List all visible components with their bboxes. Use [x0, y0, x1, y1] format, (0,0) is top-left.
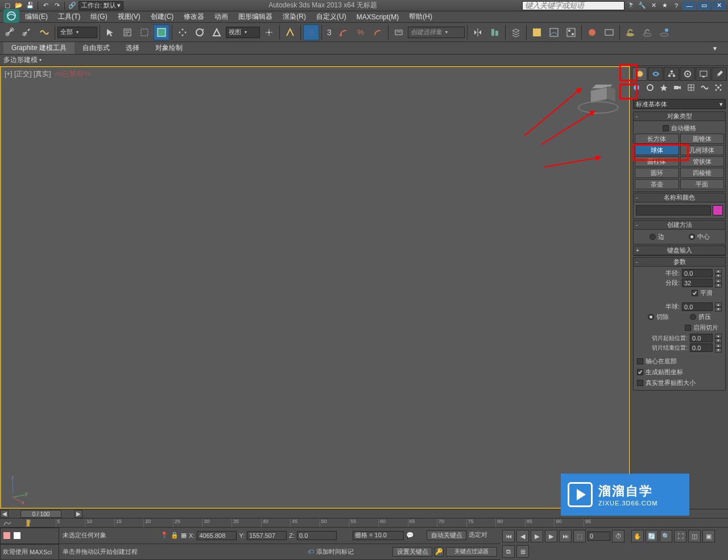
percent-snap-icon[interactable]: % — [353, 24, 369, 40]
3d-snap-icon[interactable]: 3 — [324, 24, 334, 40]
track-prev-icon[interactable]: ◀ — [1, 510, 9, 518]
align-icon[interactable] — [487, 24, 503, 40]
rotate-icon[interactable] — [192, 24, 208, 40]
goto-start-icon[interactable]: ⏮ — [502, 530, 515, 542]
viewport-label[interactable]: [+] [正交] [真实] <<已禁用>> — [5, 69, 91, 79]
zoom-region-icon[interactable]: ▣ — [702, 530, 715, 542]
zoom-all-icon[interactable]: ⊞ — [516, 545, 529, 558]
cameras-tab-icon[interactable] — [673, 83, 686, 97]
menu-group[interactable]: 组(G) — [86, 11, 111, 23]
motion-tab-icon[interactable] — [680, 67, 695, 81]
mirror-icon[interactable] — [470, 24, 486, 40]
close-button[interactable]: ✕ — [712, 1, 726, 10]
layers-icon[interactable] — [508, 24, 524, 40]
primitive-category-combo[interactable]: 标准基本体 ▾ — [633, 99, 726, 109]
lock-icon[interactable]: 🔒 — [171, 532, 179, 539]
link-icon[interactable]: 🔗 — [67, 1, 77, 10]
menu-modifiers[interactable]: 修改器 — [179, 11, 209, 23]
pivot-center-icon[interactable] — [261, 24, 277, 40]
menu-rendering[interactable]: 渲染(R) — [278, 11, 311, 23]
spinner-buttons[interactable]: ▲▼ — [715, 302, 722, 311]
key-filters-button[interactable]: 关键点过滤器 — [446, 547, 497, 557]
maxscript-mini-icons[interactable] — [0, 528, 59, 544]
ribbon-tab-freeform[interactable]: 自由形式 — [75, 42, 118, 54]
render-frame-icon[interactable] — [601, 24, 617, 40]
spinner-buttons[interactable]: ▲▼ — [715, 343, 722, 352]
restore-button[interactable]: ▭ — [697, 1, 711, 10]
zoom-extents-icon[interactable]: ⛶ — [674, 530, 686, 542]
method-edge-radio[interactable]: 边 — [650, 233, 664, 241]
autogrid-checkbox[interactable] — [663, 125, 669, 131]
fov-icon[interactable]: ◫ — [688, 530, 701, 542]
menu-customize[interactable]: 自定义(U) — [312, 11, 351, 23]
viewcube-ring[interactable] — [578, 101, 619, 114]
curve-editor-icon[interactable] — [529, 24, 545, 40]
viewcube[interactable] — [576, 82, 621, 116]
geometry-tab-icon[interactable] — [632, 83, 645, 97]
viewport[interactable]: [+] [正交] [真实] <<已禁用>> z y x — [0, 66, 630, 509]
obj-teapot[interactable]: 茶壶 — [635, 179, 679, 189]
spinner-buttons[interactable]: ▲▼ — [715, 279, 722, 287]
material-editor-icon[interactable] — [563, 24, 579, 40]
key-mode-icon[interactable]: ⬚ — [573, 530, 586, 542]
smooth-checkbox[interactable] — [692, 290, 698, 296]
add-time-tag[interactable]: 添加时间标记 — [316, 547, 354, 556]
z-coord[interactable]: 0.0 — [297, 531, 337, 540]
base-pivot-checkbox[interactable] — [637, 358, 643, 364]
binoculars-icon[interactable]: 🔭 — [626, 1, 636, 10]
render-last-icon[interactable] — [656, 24, 672, 40]
menu-edit[interactable]: 编辑(E) — [20, 11, 52, 23]
time-config-icon[interactable]: ⏱ — [612, 530, 624, 542]
menu-create[interactable]: 创建(C) — [146, 11, 179, 23]
ribbon-tab-paint[interactable]: 对象绘制 — [147, 42, 191, 54]
real-world-checkbox[interactable] — [637, 380, 643, 386]
obj-cone[interactable]: 圆锥体 — [680, 134, 725, 144]
move-icon[interactable] — [175, 24, 191, 40]
next-frame-icon[interactable]: ▶ — [545, 530, 557, 542]
squash-radio[interactable]: 挤压 — [690, 313, 711, 321]
rollout-header[interactable]: +键盘输入 — [634, 246, 725, 255]
menu-views[interactable]: 视图(V) — [113, 11, 145, 23]
macro-rec-icon[interactable] — [13, 532, 21, 540]
hemisphere-spinner[interactable]: 0.0 — [682, 302, 713, 311]
schematic-view-icon[interactable] — [546, 24, 562, 40]
time-tag-icon[interactable]: 🏷 — [308, 548, 314, 555]
method-center-radio[interactable]: 中心 — [689, 233, 710, 241]
time-ruler[interactable]: 05101520253035404550556065707580859095 — [0, 518, 728, 527]
menu-tools[interactable]: 工具(T) — [53, 11, 85, 23]
listener-icon[interactable] — [3, 532, 11, 540]
slice-from-spinner[interactable]: 0.0 — [690, 334, 713, 342]
lights-tab-icon[interactable] — [659, 83, 672, 97]
goto-end-icon[interactable]: ⏭ — [559, 530, 572, 542]
unlink-tool-icon[interactable] — [19, 24, 35, 40]
spinner-buttons[interactable]: ▲▼ — [715, 334, 722, 342]
utilities-tab-icon[interactable] — [712, 67, 727, 81]
obj-tube[interactable]: 管状体 — [680, 156, 725, 167]
key-target-combo[interactable]: 选定对 — [469, 530, 497, 540]
rollout-header[interactable]: -创建方法 — [634, 221, 725, 230]
minimize-button[interactable]: — — [682, 1, 696, 10]
hierarchy-tab-icon[interactable] — [664, 67, 679, 81]
ribbon-tab-selection[interactable]: 选择 — [118, 42, 147, 54]
scale-icon[interactable] — [209, 24, 225, 40]
select-region-icon[interactable] — [136, 24, 152, 40]
selection-set-combo[interactable]: 创建选择集▾ — [408, 27, 465, 38]
help-icon[interactable]: ? — [671, 1, 681, 10]
arc-rotate-icon[interactable]: 🔄 — [646, 530, 658, 542]
bind-spacewarp-icon[interactable] — [36, 24, 52, 40]
spacewarps-tab-icon[interactable] — [700, 83, 713, 97]
prev-frame-icon[interactable]: ◀ — [516, 530, 529, 542]
autokey-button[interactable]: 自动关键点 — [427, 530, 466, 540]
ribbon-collapse-icon[interactable]: ▾ — [705, 43, 725, 53]
exchange-icon[interactable]: ✕ — [648, 1, 659, 10]
shapes-tab-icon[interactable] — [646, 83, 659, 97]
play-icon[interactable]: ▶ — [531, 530, 543, 542]
render-setup-icon[interactable] — [584, 24, 600, 40]
chop-radio[interactable]: 切除 — [648, 313, 669, 321]
ribbon-tab-graphite[interactable]: Graphite 建模工具 — [3, 42, 75, 54]
mini-curve-editor-icon[interactable] — [2, 518, 13, 528]
create-tab-icon[interactable] — [632, 67, 647, 81]
spinner-buttons[interactable]: ▲▼ — [715, 269, 722, 277]
y-coord[interactable]: 1557.507 — [247, 531, 287, 540]
modify-tab-icon[interactable] — [648, 67, 663, 81]
